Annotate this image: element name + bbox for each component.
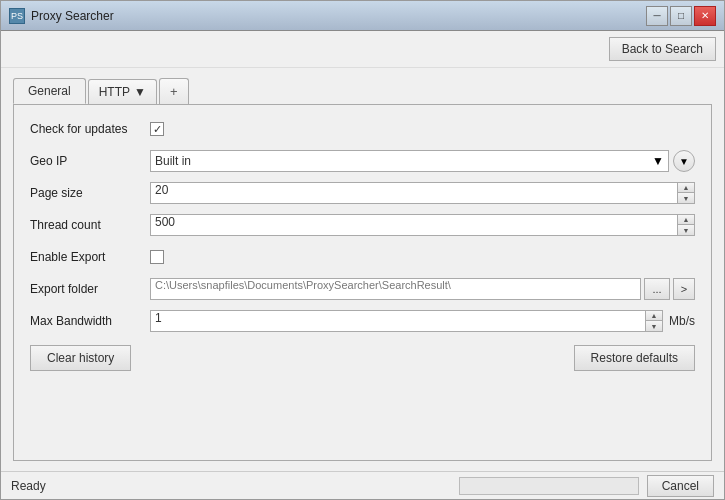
max-bandwidth-label: Max Bandwidth	[30, 314, 150, 328]
page-size-label: Page size	[30, 186, 150, 200]
status-right: Cancel	[459, 475, 714, 497]
page-size-down-button[interactable]: ▼	[678, 193, 694, 203]
page-size-row: Page size 20 ▲ ▼	[30, 181, 695, 205]
thread-count-input[interactable]: 500	[150, 214, 677, 236]
max-bandwidth-spinner-buttons: ▲ ▼	[645, 310, 663, 332]
page-size-spinner: 20 ▲ ▼	[150, 182, 695, 204]
page-size-spinner-buttons: ▲ ▼	[677, 182, 695, 204]
tab-add-button[interactable]: +	[159, 78, 189, 104]
max-bandwidth-unit: Mb/s	[669, 314, 695, 328]
window-title: Proxy Searcher	[31, 9, 114, 23]
check-updates-row: Check for updates	[30, 117, 695, 141]
restore-button[interactable]: □	[670, 6, 692, 26]
progress-bar	[459, 477, 639, 495]
content-area: General HTTP ▼ + Check for updates Geo I…	[1, 68, 724, 471]
settings-panel: Check for updates Geo IP Built in ▼ ▼	[13, 104, 712, 461]
geo-ip-control: Built in ▼ ▼	[150, 150, 695, 172]
clear-history-button[interactable]: Clear history	[30, 345, 131, 371]
geo-ip-row: Geo IP Built in ▼ ▼	[30, 149, 695, 173]
max-bandwidth-down-button[interactable]: ▼	[646, 321, 662, 331]
export-folder-label: Export folder	[30, 282, 150, 296]
geo-ip-label: Geo IP	[30, 154, 150, 168]
geo-ip-info-button[interactable]: ▼	[673, 150, 695, 172]
tabs-row: General HTTP ▼ +	[13, 78, 712, 104]
app-icon: PS	[9, 8, 25, 24]
enable-export-row: Enable Export	[30, 245, 695, 269]
thread-count-up-button[interactable]: ▲	[678, 215, 694, 225]
thread-count-label: Thread count	[30, 218, 150, 232]
export-arrow-button[interactable]: >	[673, 278, 695, 300]
page-size-input[interactable]: 20	[150, 182, 677, 204]
tab-http-label: HTTP	[99, 85, 130, 99]
toolbar: Back to Search	[1, 31, 724, 68]
tab-http-dropdown-icon: ▼	[134, 85, 146, 99]
back-to-search-button[interactable]: Back to Search	[609, 37, 716, 61]
export-folder-control: C:\Users\snapfiles\Documents\ProxySearch…	[150, 278, 695, 300]
status-bar: Ready Cancel	[1, 471, 724, 499]
thread-count-row: Thread count 500 ▲ ▼	[30, 213, 695, 237]
tab-general[interactable]: General	[13, 78, 86, 104]
enable-export-label: Enable Export	[30, 250, 150, 264]
check-updates-label: Check for updates	[30, 122, 150, 136]
bottom-buttons: Clear history Restore defaults	[30, 345, 695, 371]
cancel-button[interactable]: Cancel	[647, 475, 714, 497]
tab-http[interactable]: HTTP ▼	[88, 79, 157, 104]
close-button[interactable]: ✕	[694, 6, 716, 26]
enable-export-control	[150, 250, 695, 264]
thread-count-control: 500 ▲ ▼	[150, 214, 695, 236]
max-bandwidth-input[interactable]: 1	[150, 310, 645, 332]
restore-defaults-button[interactable]: Restore defaults	[574, 345, 695, 371]
enable-export-checkbox[interactable]	[150, 250, 164, 264]
minimize-button[interactable]: ─	[646, 6, 668, 26]
page-size-up-button[interactable]: ▲	[678, 183, 694, 193]
main-window: PS Proxy Searcher ─ □ ✕ Back to Search G…	[0, 0, 725, 500]
max-bandwidth-control: 1 ▲ ▼ Mb/s	[150, 310, 695, 332]
check-updates-control	[150, 122, 695, 136]
title-bar-left: PS Proxy Searcher	[9, 8, 114, 24]
export-folder-input-group: C:\Users\snapfiles\Documents\ProxySearch…	[150, 278, 695, 300]
geo-ip-dropdown-arrow: ▼	[652, 154, 664, 168]
geo-ip-select[interactable]: Built in ▼	[150, 150, 669, 172]
export-folder-input[interactable]: C:\Users\snapfiles\Documents\ProxySearch…	[150, 278, 641, 300]
export-folder-row: Export folder C:\Users\snapfiles\Documen…	[30, 277, 695, 301]
geo-ip-value: Built in	[155, 154, 652, 168]
page-size-control: 20 ▲ ▼	[150, 182, 695, 204]
window-controls: ─ □ ✕	[646, 6, 716, 26]
status-text: Ready	[11, 479, 46, 493]
thread-count-down-button[interactable]: ▼	[678, 225, 694, 235]
thread-count-spinner-buttons: ▲ ▼	[677, 214, 695, 236]
check-updates-checkbox[interactable]	[150, 122, 164, 136]
max-bandwidth-row: Max Bandwidth 1 ▲ ▼ Mb/s	[30, 309, 695, 333]
browse-button[interactable]: ...	[644, 278, 670, 300]
thread-count-spinner: 500 ▲ ▼	[150, 214, 695, 236]
max-bandwidth-spinner: 1 ▲ ▼	[150, 310, 663, 332]
max-bandwidth-up-button[interactable]: ▲	[646, 311, 662, 321]
title-bar: PS Proxy Searcher ─ □ ✕	[1, 1, 724, 31]
